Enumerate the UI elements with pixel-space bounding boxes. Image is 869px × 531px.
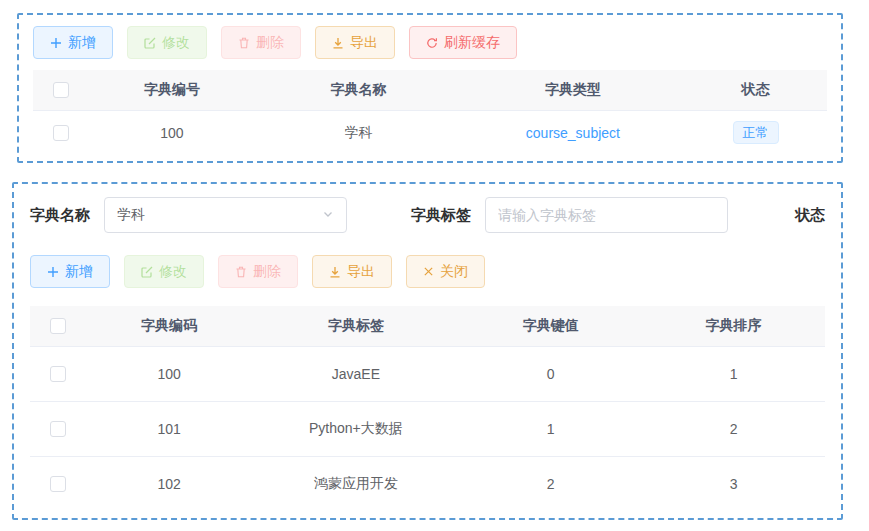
row-checkbox[interactable] xyxy=(50,421,66,437)
edit-button-label: 修改 xyxy=(162,34,190,52)
dict-data-panel: 字典名称 学科 字典标签 状态 新增 修改 删除 导出 关闭 xyxy=(12,182,843,520)
dict-name-cell: 学科 xyxy=(255,110,461,155)
add-button[interactable]: 新增 xyxy=(33,26,113,59)
plus-icon xyxy=(50,37,62,49)
table-row[interactable]: 101 Python+大数据 1 2 xyxy=(30,401,825,456)
col-dict-id: 字典编号 xyxy=(89,70,256,110)
refresh-cache-button[interactable]: 刷新缓存 xyxy=(409,26,517,59)
col-dict-name: 字典名称 xyxy=(255,70,461,110)
plus-icon xyxy=(47,266,59,278)
dict-type-link[interactable]: course_subject xyxy=(526,125,620,141)
search-form: 字典名称 学科 字典标签 状态 xyxy=(30,197,825,233)
row-checkbox[interactable] xyxy=(50,476,66,492)
refresh-icon xyxy=(426,37,438,49)
delete-button-label: 删除 xyxy=(256,34,284,52)
delete-data-button[interactable]: 删除 xyxy=(218,255,298,288)
dict-type-panel: 新增 修改 删除 导出 刷新缓存 字典编号 字典名称 字典类型 状态 xyxy=(17,13,843,163)
edit-data-button[interactable]: 修改 xyxy=(124,255,204,288)
col-status: 状态 xyxy=(684,70,827,110)
dict-label-cell: JavaEE xyxy=(253,346,460,401)
add-button-label: 新增 xyxy=(68,34,96,52)
dict-value-cell: 0 xyxy=(459,346,642,401)
dict-value-cell: 2 xyxy=(459,456,642,511)
close-button-label: 关闭 xyxy=(440,263,468,281)
dict-type-table: 字典编号 字典名称 字典类型 状态 100 学科 course_subject … xyxy=(33,70,827,155)
status-badge: 正常 xyxy=(733,121,779,144)
col-dict-value: 字典键值 xyxy=(459,306,642,346)
dict-data-table: 字典编码 字典标签 字典键值 字典排序 100 JavaEE 0 1 101 P… xyxy=(30,306,825,511)
dict-data-header-row: 字典编码 字典标签 字典键值 字典排序 xyxy=(30,306,825,346)
dict-tag-label: 字典标签 xyxy=(411,206,471,225)
dict-tag-input-wrap xyxy=(485,197,728,233)
dict-label-cell: 鸿蒙应用开发 xyxy=(253,456,460,511)
table-row[interactable]: 100 学科 course_subject 正常 xyxy=(33,110,827,155)
export-button-label: 导出 xyxy=(350,34,378,52)
col-dict-sort: 字典排序 xyxy=(642,306,825,346)
table-row[interactable]: 102 鸿蒙应用开发 2 3 xyxy=(30,456,825,511)
col-dict-label: 字典标签 xyxy=(253,306,460,346)
trash-icon xyxy=(238,37,250,49)
dict-sort-cell: 1 xyxy=(642,346,825,401)
refresh-cache-button-label: 刷新缓存 xyxy=(444,34,500,52)
edit-icon xyxy=(141,266,153,278)
export-data-button[interactable]: 导出 xyxy=(312,255,392,288)
status-label: 状态 xyxy=(795,206,825,225)
close-button[interactable]: 关闭 xyxy=(406,255,485,288)
dict-data-toolbar: 新增 修改 删除 导出 关闭 xyxy=(30,255,825,288)
select-all-checkbox[interactable] xyxy=(53,82,69,98)
edit-icon xyxy=(144,37,156,49)
dict-tag-input[interactable] xyxy=(498,207,715,223)
edit-data-button-label: 修改 xyxy=(159,263,187,281)
dict-sort-cell: 2 xyxy=(642,401,825,456)
dict-value-cell: 1 xyxy=(459,401,642,456)
download-icon xyxy=(329,266,341,278)
delete-button[interactable]: 删除 xyxy=(221,26,301,59)
delete-data-button-label: 删除 xyxy=(253,263,281,281)
add-data-button-label: 新增 xyxy=(65,263,93,281)
col-dict-code: 字典编码 xyxy=(86,306,253,346)
dict-id-cell: 100 xyxy=(89,110,256,155)
dict-sort-cell: 3 xyxy=(642,456,825,511)
table-row[interactable]: 100 JavaEE 0 1 xyxy=(30,346,825,401)
select-all-checkbox[interactable] xyxy=(50,318,66,334)
edit-button[interactable]: 修改 xyxy=(127,26,207,59)
dict-name-label: 字典名称 xyxy=(30,206,90,225)
chevron-down-icon xyxy=(322,207,334,223)
dict-code-cell: 100 xyxy=(86,346,253,401)
add-data-button[interactable]: 新增 xyxy=(30,255,110,288)
dict-type-header-row: 字典编号 字典名称 字典类型 状态 xyxy=(33,70,827,110)
dict-name-select[interactable]: 学科 xyxy=(104,197,347,233)
trash-icon xyxy=(235,266,247,278)
dict-label-cell: Python+大数据 xyxy=(253,401,460,456)
close-icon xyxy=(423,266,434,277)
export-button[interactable]: 导出 xyxy=(315,26,395,59)
download-icon xyxy=(332,37,344,49)
dict-code-cell: 101 xyxy=(86,401,253,456)
dict-code-cell: 102 xyxy=(86,456,253,511)
dict-name-select-value: 学科 xyxy=(117,206,145,224)
row-checkbox[interactable] xyxy=(53,125,69,141)
dict-type-toolbar: 新增 修改 删除 导出 刷新缓存 xyxy=(33,26,827,59)
row-checkbox[interactable] xyxy=(50,366,66,382)
export-data-button-label: 导出 xyxy=(347,263,375,281)
col-dict-type: 字典类型 xyxy=(462,70,684,110)
